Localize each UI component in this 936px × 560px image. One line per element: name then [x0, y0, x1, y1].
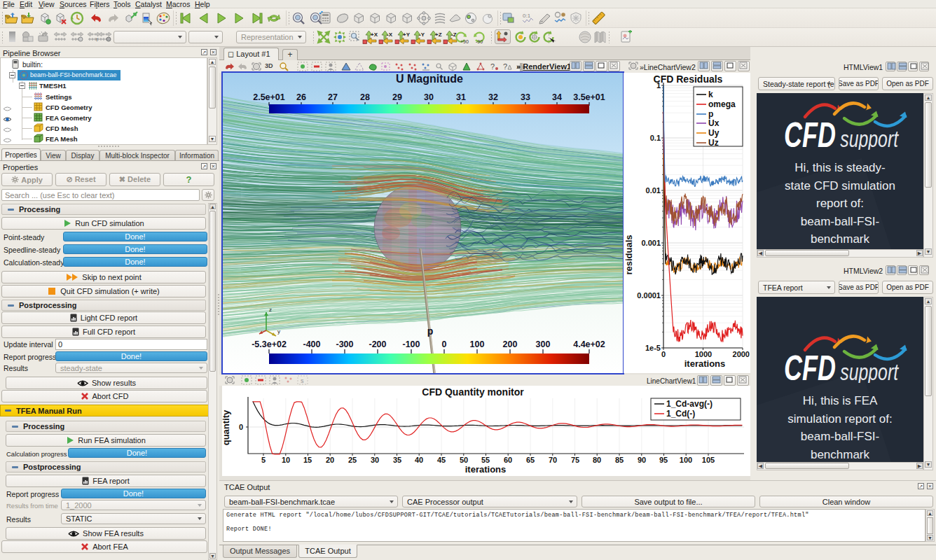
svg-text:31: 31: [456, 92, 466, 102]
svg-text:28: 28: [360, 92, 370, 102]
svg-text:5: 5: [261, 456, 266, 464]
svg-text:0:1: 0:1: [523, 13, 531, 19]
svg-text:support: support: [840, 125, 899, 150]
svg-text:-5.3e+02: -5.3e+02: [252, 340, 287, 349]
svg-text:Ux: Ux: [708, 118, 720, 128]
svg-text:CFD: CFD: [784, 349, 836, 383]
svg-text:45: 45: [437, 456, 446, 464]
svg-text:200: 200: [503, 340, 518, 349]
svg-text:+90: +90: [460, 39, 469, 44]
svg-text:95: 95: [659, 456, 668, 464]
svg-text:quantity: quantity: [222, 410, 231, 445]
svg-text:y: y: [277, 328, 280, 335]
svg-text:75: 75: [571, 456, 579, 464]
svg-text:25: 25: [348, 456, 357, 464]
svg-text:0: 0: [442, 340, 447, 349]
svg-text:0.1: 0.1: [650, 134, 661, 142]
svg-text:50: 50: [460, 456, 468, 464]
svg-text:30: 30: [371, 456, 379, 464]
svg-text:40: 40: [415, 456, 423, 464]
svg-text:-200: -200: [369, 340, 386, 349]
svg-text:34: 34: [552, 92, 562, 102]
svg-text:60: 60: [504, 456, 512, 464]
svg-text:s: s: [301, 377, 304, 384]
svg-text:100: 100: [680, 456, 692, 464]
svg-text:65: 65: [526, 456, 535, 464]
svg-text:55: 55: [481, 456, 490, 464]
svg-text:+Z: +Z: [435, 31, 442, 38]
svg-text:?: ?: [503, 62, 507, 71]
svg-text:U Magnitude: U Magnitude: [396, 73, 463, 85]
svg-text:residuals: residuals: [624, 234, 634, 274]
svg-text:35: 35: [393, 456, 401, 464]
svg-text:30: 30: [424, 92, 434, 102]
svg-text:300: 300: [536, 340, 551, 349]
svg-text:Uz: Uz: [708, 138, 719, 148]
svg-text:p: p: [708, 109, 713, 119]
svg-text:70: 70: [549, 456, 557, 464]
svg-text:27: 27: [328, 92, 338, 102]
svg-text:iterations: iterations: [465, 464, 507, 475]
svg-text:?: ?: [490, 62, 495, 71]
svg-text:k: k: [708, 90, 713, 99]
svg-text:3.5e+01: 3.5e+01: [573, 92, 605, 102]
svg-text:0: 0: [661, 350, 666, 358]
svg-text:10: 10: [282, 456, 290, 464]
svg-text:1e-5: 1e-5: [645, 344, 661, 352]
svg-text:100: 100: [470, 340, 485, 349]
svg-text:p: p: [427, 326, 434, 337]
svg-text:80: 80: [593, 456, 601, 464]
svg-text:4.4e+02: 4.4e+02: [573, 340, 605, 349]
svg-text:Uy: Uy: [708, 128, 720, 138]
svg-text:0.001: 0.001: [641, 239, 661, 247]
svg-text:z: z: [269, 307, 272, 313]
svg-text:0.0001: 0.0001: [637, 291, 661, 300]
svg-text:CFD: CFD: [784, 115, 836, 150]
svg-text:-100: -100: [402, 340, 420, 349]
svg-text:1_Cd(-): 1_Cd(-): [666, 409, 695, 419]
svg-text:15: 15: [303, 456, 312, 464]
svg-text:-400: -400: [303, 340, 320, 349]
svg-text:CFD Quantity monitor: CFD Quantity monitor: [422, 386, 524, 398]
svg-text:-Y: -Y: [419, 31, 425, 38]
svg-text:90: 90: [638, 456, 646, 464]
svg-text:CFD Residuals: CFD Residuals: [654, 74, 723, 85]
svg-text:2.5e+01: 2.5e+01: [253, 92, 285, 102]
svg-text:105: 105: [702, 456, 715, 464]
svg-text:85: 85: [615, 456, 624, 464]
svg-text:32: 32: [488, 92, 498, 102]
svg-text:omega: omega: [708, 99, 736, 109]
svg-text:+X: +X: [371, 31, 378, 38]
svg-text:-300: -300: [336, 340, 353, 349]
svg-text:-X: -X: [387, 31, 393, 38]
svg-text:support: support: [840, 358, 899, 383]
svg-text:iterations: iterations: [684, 358, 726, 369]
svg-text:20: 20: [326, 456, 334, 464]
svg-text:-90: -90: [476, 39, 483, 44]
svg-text:0.01: 0.01: [646, 186, 661, 195]
svg-text:26: 26: [296, 92, 306, 102]
svg-text:29: 29: [392, 92, 402, 102]
svg-text:2000: 2000: [733, 350, 750, 358]
svg-text:33: 33: [521, 92, 530, 102]
svg-text:1000: 1000: [695, 350, 712, 358]
svg-text:1_Cd-avg(-): 1_Cd-avg(-): [666, 399, 713, 409]
svg-text:0: 0: [239, 423, 243, 431]
svg-text:+Y: +Y: [403, 31, 411, 38]
